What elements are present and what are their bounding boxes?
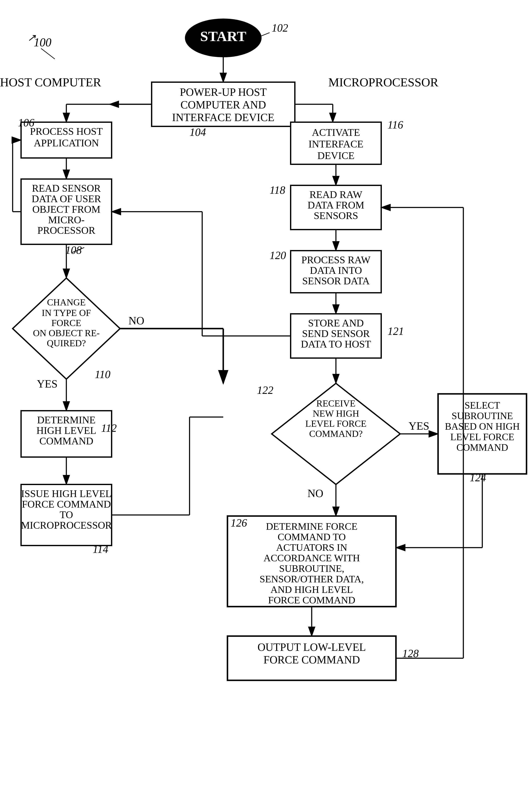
read-raw-text-3: SENSORS (314, 210, 358, 221)
ref-128: 128 (402, 648, 419, 659)
process-raw-text-2: DATA INTO (310, 265, 362, 276)
svg-text:↗: ↗ (27, 32, 36, 43)
select-sub-text-1: SELECT (464, 400, 500, 411)
change-force-text-4: ON OBJECT RE- (33, 328, 100, 338)
issue-cmd-text-3: TO (60, 509, 73, 520)
select-sub-text-4: LEVEL FORCE (450, 431, 514, 442)
power-up-text-1: POWER-UP HOST (180, 86, 267, 98)
select-sub-text-3: BASED ON HIGH (445, 421, 519, 432)
select-sub-text-2: SUBROUTINE (452, 410, 513, 421)
yes-label-2: YES (408, 420, 429, 432)
issue-cmd-text-4: MICROPROCESSOR (21, 520, 112, 531)
determine-force-text-7: AND HIGH LEVEL (270, 584, 353, 595)
change-force-text-2: IN TYPE OF (42, 308, 91, 318)
figure-number: 100 (34, 36, 51, 49)
read-raw-text-2: DATA FROM (307, 199, 364, 211)
change-force-text-5: QUIRED? (47, 338, 86, 348)
read-sensor-text-2: DATA OF USER (32, 193, 101, 204)
output-low-text-2: FORCE COMMAND (264, 654, 360, 666)
store-send-text-2: SEND SENSOR (302, 328, 369, 339)
ref-118: 118 (270, 184, 285, 196)
read-sensor-text-1: READ SENSOR (32, 182, 101, 194)
ref-122: 122 (257, 384, 273, 396)
yes-label-1: YES (37, 378, 57, 390)
receive-new-text-3: LEVEL FORCE (305, 419, 366, 429)
store-send-text-3: DATA TO HOST (301, 339, 371, 350)
ref-116: 116 (387, 119, 403, 131)
determine-cmd-text-3: COMMAND (39, 435, 93, 446)
no-label-2: NO (307, 487, 323, 499)
change-force-text-3: FORCE (51, 318, 81, 328)
issue-cmd-text-1: ISSUE HIGH LEVEL (21, 488, 111, 499)
microprocessor-label: MICROPROCESSOR (328, 75, 438, 89)
determine-force-text-1: DETERMINE FORCE (266, 521, 358, 532)
determine-force-text-3: ACTUATORS IN (276, 542, 347, 553)
determine-cmd-text-2: HIGH LEVEL (36, 425, 96, 436)
read-sensor-text-5: PROCESSOR (37, 225, 95, 236)
host-computer-label: HOST COMPUTER (0, 75, 101, 89)
ref-110: 110 (95, 368, 110, 380)
process-raw-text-1: PROCESS RAW (301, 254, 371, 265)
process-host-text-2: APPLICATION (34, 137, 99, 149)
receive-new-text-4: COMMAND? (309, 429, 363, 439)
store-send-text-1: STORE AND (308, 317, 364, 329)
no-label-1: NO (129, 315, 144, 327)
flowchart-diagram: 100 ↗ START 102 POWER-UP HOST COMPUTER A… (0, 0, 532, 789)
ref-114: 114 (93, 543, 108, 555)
ref-126: 126 (231, 517, 247, 529)
ref-120: 120 (270, 249, 286, 262)
read-sensor-text-3: OBJECT FROM (32, 204, 100, 215)
determine-force-text-2: COMMAND TO (278, 532, 346, 542)
power-up-text-3: INTERFACE DEVICE (172, 111, 274, 123)
power-up-text-2: COMPUTER AND (180, 99, 266, 111)
ref-104: 104 (190, 126, 206, 138)
read-sensor-text-4: MICRO- (48, 214, 84, 225)
process-host-text-1: PROCESS HOST (30, 126, 102, 137)
ref-102: 102 (272, 22, 288, 34)
start-label: START (200, 28, 246, 44)
determine-cmd-text-1: DETERMINE (37, 414, 95, 425)
issue-cmd-text-2: FORCE COMMAND (22, 499, 111, 510)
determine-force-text-5: SUBROUTINE, (279, 563, 344, 574)
activate-text-1: ACTIVATE (312, 127, 360, 138)
ref-124: 124 (470, 472, 486, 484)
ref-106: 106 (18, 117, 34, 129)
process-raw-text-3: SENSOR DATA (302, 275, 370, 286)
determine-force-text-8: FORCE COMMAND (268, 595, 355, 605)
determine-force-text-4: ACCORDANCE WITH (264, 553, 360, 563)
activate-text-2: INTERFACE (308, 138, 363, 150)
determine-force-text-6: SENSOR/OTHER DATA, (260, 574, 364, 584)
ref-112: 112 (101, 422, 117, 434)
receive-new-text-1: RECEIVE (316, 398, 356, 409)
read-raw-text-1: READ RAW (309, 189, 363, 200)
select-sub-text-5: COMMAND (456, 442, 508, 453)
ref-108: 108 (65, 244, 82, 256)
activate-text-3: DEVICE (317, 150, 355, 161)
ref-121: 121 (387, 325, 404, 337)
receive-new-text-2: NEW HIGH (313, 408, 359, 419)
change-force-text-1: CHANGE (47, 297, 86, 308)
output-low-text-1: OUTPUT LOW-LEVEL (258, 641, 366, 653)
